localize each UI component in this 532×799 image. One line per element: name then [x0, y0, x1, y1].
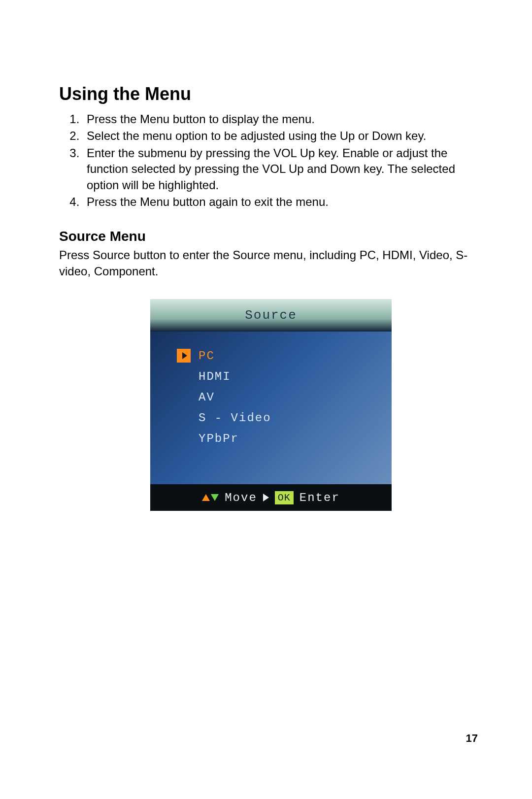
- spacer: [177, 390, 191, 404]
- osd-item-label: HDMI: [199, 370, 231, 383]
- osd-footer: Move OK Enter: [150, 484, 392, 511]
- instruction-list: Press the Menu button to display the men…: [59, 111, 483, 210]
- osd-footer-enter: Enter: [299, 491, 340, 504]
- osd-footer-move: Move: [225, 491, 257, 504]
- selection-cursor-icon: [177, 349, 191, 363]
- osd-item-svideo[interactable]: S - Video: [177, 407, 382, 428]
- manual-page: Using the Menu Press the Menu button to …: [0, 0, 532, 799]
- instruction-step: Enter the submenu by pressing the VOL Up…: [83, 145, 483, 193]
- page-heading: Using the Menu: [59, 84, 483, 104]
- instruction-step: Press the Menu button to display the men…: [83, 111, 483, 127]
- osd-title: Source: [150, 299, 392, 332]
- osd-item-label: S - Video: [199, 411, 271, 425]
- osd-item-hdmi[interactable]: HDMI: [177, 366, 382, 387]
- osd-item-pc[interactable]: PC: [177, 345, 382, 366]
- osd-item-av[interactable]: AV: [177, 387, 382, 407]
- move-arrows-icon: [202, 494, 219, 501]
- osd-item-label: YPbPr: [199, 432, 239, 445]
- ok-badge: OK: [275, 491, 294, 504]
- osd-screenshot-wrap: Source PC HDMI AV S - Video: [59, 299, 483, 511]
- osd-body: PC HDMI AV S - Video YPbPr: [150, 332, 392, 484]
- spacer: [177, 369, 191, 383]
- instruction-step: Select the menu option to be adjusted us…: [83, 128, 483, 144]
- osd-item-label: AV: [199, 391, 215, 404]
- page-number: 17: [466, 732, 478, 745]
- section-body-text: Press Source button to enter the Source …: [59, 247, 483, 279]
- arrow-right-icon: [263, 494, 269, 501]
- spacer: [177, 411, 191, 425]
- arrow-down-icon: [211, 494, 219, 501]
- osd-item-label: PC: [199, 349, 215, 363]
- section-heading-source-menu: Source Menu: [59, 229, 483, 244]
- instruction-step: Press the Menu button again to exit the …: [83, 194, 483, 210]
- spacer: [177, 432, 191, 445]
- osd-item-ypbpr[interactable]: YPbPr: [177, 428, 382, 449]
- arrow-up-icon: [202, 494, 210, 501]
- osd-panel: Source PC HDMI AV S - Video: [150, 299, 392, 511]
